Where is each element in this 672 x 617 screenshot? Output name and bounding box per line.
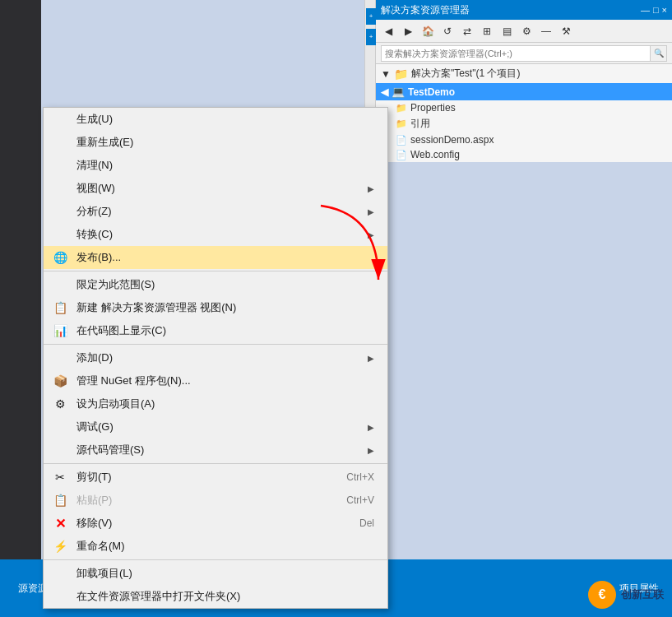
watermark-logo: € bbox=[588, 581, 616, 609]
se-new-window-button[interactable]: ⊞ bbox=[478, 22, 496, 40]
menu-separator-4 bbox=[44, 559, 387, 560]
se-close-button[interactable]: × bbox=[662, 5, 667, 15]
menu-item-source-control-label: 源代码管理(S) bbox=[76, 443, 361, 457]
se-refresh-button[interactable]: ↺ bbox=[438, 22, 456, 40]
se-filter-button[interactable]: — bbox=[537, 22, 555, 40]
se-extra-button[interactable]: ⚒ bbox=[557, 22, 575, 40]
menu-item-debug[interactable]: 调试(G) ▶ bbox=[44, 415, 387, 438]
se-collapse-button[interactable]: ▤ bbox=[498, 22, 516, 40]
se-project-header[interactable]: ◀ 💻 TestDemo bbox=[376, 83, 672, 100]
menu-item-rebuild[interactable]: 重新生成(E) bbox=[44, 131, 387, 154]
menu-item-debug-label: 调试(G) bbox=[76, 420, 361, 434]
menu-item-view[interactable]: 视图(W) ▶ bbox=[44, 177, 387, 200]
list-item[interactable]: 📄 sessionDemo.aspx bbox=[376, 132, 672, 147]
references-label: 引用 bbox=[410, 117, 430, 131]
menu-item-remove-label: 移除(V) bbox=[76, 516, 343, 531]
properties-label: Properties bbox=[410, 102, 456, 114]
menu-item-unload-label: 卸载项目(L) bbox=[76, 566, 374, 581]
menu-item-unload[interactable]: 卸载项目(L) bbox=[44, 562, 387, 585]
menu-item-clean-label: 清理(N) bbox=[76, 158, 374, 173]
menu-item-cut[interactable]: ✂ 剪切(T) Ctrl+X bbox=[44, 466, 387, 489]
solution-icon: 📁 bbox=[394, 67, 408, 81]
search-icon[interactable]: 🔍 bbox=[651, 45, 667, 62]
menu-item-rename-label: 重命名(M) bbox=[76, 539, 374, 554]
menu-item-build[interactable]: 生成(U) bbox=[44, 108, 387, 131]
context-menu: 生成(U) 重新生成(E) 清理(N) 视图(W) ▶ 分析(Z) ▶ 转换(C… bbox=[43, 107, 388, 609]
menu-item-paste[interactable]: 📋 粘贴(P) Ctrl+V bbox=[44, 489, 387, 512]
se-search-bar: 🔍 bbox=[376, 43, 672, 64]
menu-item-startup-label: 设为启动项目(A) bbox=[76, 397, 374, 411]
se-forward-button[interactable]: ▶ bbox=[399, 22, 417, 40]
menu-item-add-arrow: ▶ bbox=[368, 354, 374, 363]
code-map-icon: 📊 bbox=[52, 322, 68, 339]
menu-item-open-folder[interactable]: 在文件资源管理器中打开文件夹(X) bbox=[44, 585, 387, 608]
properties-icon: 📁 bbox=[396, 103, 407, 114]
menu-separator-3 bbox=[44, 463, 387, 464]
project-name: TestDemo bbox=[408, 86, 455, 98]
scroll-pin-button[interactable]: + bbox=[366, 8, 376, 25]
se-toolbar: ◀ ▶ 🏠 ↺ ⇄ ⊞ ▤ ⚙ — ⚒ bbox=[376, 20, 672, 43]
se-sync-button[interactable]: ⇄ bbox=[458, 22, 476, 40]
menu-item-new-view[interactable]: 📋 新建 解决方案资源管理器 视图(N) bbox=[44, 296, 387, 319]
remove-icon: ✕ bbox=[52, 515, 68, 531]
menu-item-rename[interactable]: ⚡ 重命名(M) bbox=[44, 535, 387, 558]
menu-item-analyze-label: 分析(Z) bbox=[76, 204, 361, 219]
se-float-button[interactable]: □ bbox=[653, 5, 659, 15]
menu-separator-2 bbox=[44, 344, 387, 345]
solution-explorer-panel: 解决方案资源管理器 — □ × ◀ ▶ 🏠 ↺ ⇄ ⊞ ▤ ⚙ — ⚒ 🔍 ▼ … bbox=[376, 0, 672, 617]
menu-item-analyze[interactable]: 分析(Z) ▶ bbox=[44, 200, 387, 223]
menu-item-source-control[interactable]: 源代码管理(S) ▶ bbox=[44, 438, 387, 462]
menu-item-source-control-arrow: ▶ bbox=[368, 446, 374, 455]
menu-item-cut-shortcut: Ctrl+X bbox=[346, 471, 374, 483]
watermark-text: 创新互联 bbox=[621, 587, 664, 602]
rename-icon: ⚡ bbox=[52, 538, 68, 554]
webconfig-icon: 📄 bbox=[396, 150, 407, 160]
nuget-icon: 📦 bbox=[52, 373, 68, 389]
menu-item-cut-label: 剪切(T) bbox=[76, 470, 330, 485]
menu-item-paste-label: 粘贴(P) bbox=[76, 493, 330, 508]
menu-item-code-map[interactable]: 📊 在代码图上显示(C) bbox=[44, 319, 387, 342]
se-titlebar-buttons: — □ × bbox=[641, 5, 667, 15]
project-icon: 💻 bbox=[392, 86, 405, 98]
menu-item-add[interactable]: 添加(D) ▶ bbox=[44, 346, 387, 369]
menu-item-view-label: 视图(W) bbox=[76, 181, 361, 196]
se-titlebar: 解决方案资源管理器 — □ × bbox=[376, 0, 672, 20]
menu-item-remove-shortcut: Del bbox=[359, 517, 374, 529]
solution-label: 解决方案"Test"(1 个项目) bbox=[411, 67, 521, 81]
menu-item-new-view-label: 新建 解决方案资源管理器 视图(N) bbox=[76, 300, 374, 315]
menu-item-rebuild-label: 重新生成(E) bbox=[76, 135, 374, 150]
list-item[interactable]: 📄 Web.config bbox=[376, 147, 672, 162]
menu-item-startup[interactable]: ⚙ 设为启动项目(A) bbox=[44, 392, 387, 415]
se-back-button[interactable]: ◀ bbox=[379, 22, 397, 40]
se-solution-header: ▼ 📁 解决方案"Test"(1 个项目) bbox=[376, 64, 672, 83]
watermark: € 创新互联 bbox=[588, 581, 664, 609]
solution-expand-icon[interactable]: ▼ bbox=[381, 68, 391, 80]
startup-icon: ⚙ bbox=[52, 396, 68, 412]
menu-item-transform[interactable]: 转换(C) ▶ bbox=[44, 223, 387, 246]
aspx-icon: 📄 bbox=[396, 135, 407, 146]
se-home-button[interactable]: 🏠 bbox=[419, 22, 437, 40]
menu-item-nuget[interactable]: 📦 管理 NuGet 程序包(N)... bbox=[44, 369, 387, 392]
publish-icon: 🌐 bbox=[52, 249, 68, 266]
list-item[interactable]: 📁 引用 bbox=[376, 115, 672, 132]
se-title: 解决方案资源管理器 bbox=[381, 3, 470, 17]
menu-item-scope[interactable]: 限定为此范围(S) bbox=[44, 273, 387, 296]
menu-item-code-map-label: 在代码图上显示(C) bbox=[76, 323, 374, 338]
se-pin-button[interactable]: — bbox=[641, 5, 650, 15]
menu-item-open-folder-label: 在文件资源管理器中打开文件夹(X) bbox=[76, 589, 374, 604]
menu-item-build-label: 生成(U) bbox=[76, 112, 374, 127]
scroll-expand-button[interactable]: + bbox=[366, 29, 376, 45]
menu-item-view-arrow: ▶ bbox=[368, 184, 374, 193]
menu-item-transform-label: 转换(C) bbox=[76, 227, 361, 242]
se-search-input[interactable] bbox=[381, 45, 651, 62]
menu-item-add-label: 添加(D) bbox=[76, 350, 361, 365]
menu-item-remove[interactable]: ✕ 移除(V) Del bbox=[44, 512, 387, 535]
cut-icon: ✂ bbox=[52, 469, 68, 485]
se-settings-button[interactable]: ⚙ bbox=[517, 22, 535, 40]
menu-item-publish[interactable]: 🌐 发布(B)... bbox=[44, 246, 387, 269]
webconfig-label: Web.config bbox=[410, 149, 460, 160]
menu-item-clean[interactable]: 清理(N) bbox=[44, 154, 387, 177]
new-view-icon: 📋 bbox=[52, 299, 68, 316]
project-expand-icon: ◀ bbox=[381, 86, 388, 98]
list-item[interactable]: 📁 Properties bbox=[376, 100, 672, 115]
